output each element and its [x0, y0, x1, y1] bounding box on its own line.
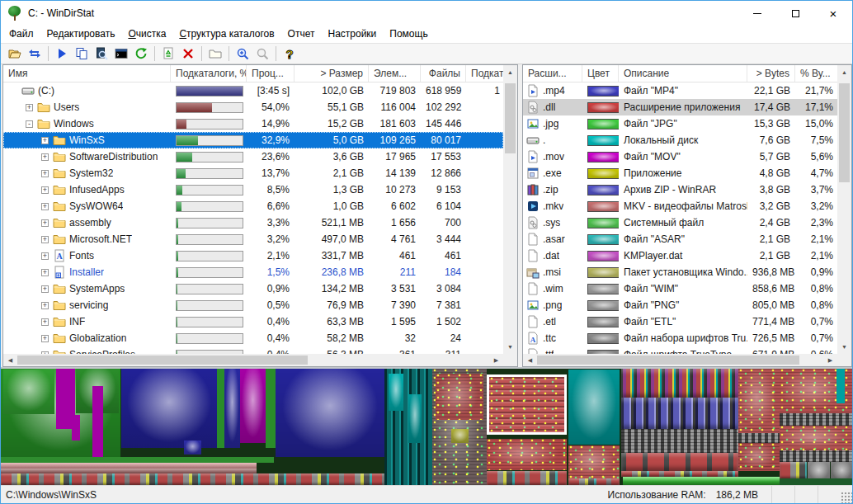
- treemap-block[interactable]: [780, 413, 853, 426]
- extension-row[interactable]: .msiПакет установщика Windo...936,8 MB0,…: [523, 264, 837, 280]
- treemap-block[interactable]: [408, 394, 422, 443]
- treemap-block[interactable]: [621, 453, 739, 472]
- new-folder-button[interactable]: [205, 45, 225, 63]
- expander[interactable]: +: [41, 252, 49, 260]
- close-button[interactable]: ×: [814, 1, 852, 26]
- treemap-block[interactable]: [621, 429, 739, 452]
- menu-item[interactable]: Помощь: [383, 26, 434, 43]
- tree-row[interactable]: +Users54,0%55,1 GB116 004102 292: [3, 99, 503, 115]
- column-header[interactable]: Имя: [3, 65, 171, 82]
- treemap-block[interactable]: [121, 369, 217, 448]
- extension-row[interactable]: .jpgФайл "JPG"15,3 GB15,0%: [523, 115, 837, 132]
- treemap-block[interactable]: [276, 369, 384, 457]
- expander[interactable]: +: [26, 104, 33, 111]
- expander[interactable]: +: [41, 318, 49, 326]
- extension-row[interactable]: .mp4Файл "MP4"22,1 GB21,7%: [523, 82, 837, 99]
- treemap-block[interactable]: [568, 445, 620, 478]
- tree-row[interactable]: +SysWOW646,6%1,0 GB6 6026 104: [3, 198, 503, 214]
- tree-horizontal-scrollbar[interactable]: ◀ ▶: [3, 354, 503, 366]
- treemap-selection[interactable]: [487, 374, 566, 435]
- treemap-block[interactable]: [389, 374, 403, 411]
- menu-item[interactable]: Отчет: [281, 26, 322, 43]
- column-header[interactable]: > Размер: [295, 65, 369, 82]
- tree-row[interactable]: (C:)[3:45 s]102,0 GB719 803618 9591: [3, 82, 503, 99]
- tree-row[interactable]: +servicing0,5%76,9 MB7 3907 381: [3, 297, 503, 313]
- treemap-block[interactable]: [487, 439, 566, 470]
- tree-row[interactable]: +SystemApps0,9%134,2 MB3 5313 084: [3, 280, 503, 297]
- column-header[interactable]: Цвет: [582, 65, 619, 82]
- treemap-block[interactable]: [738, 369, 780, 433]
- treemap-block[interactable]: [92, 386, 103, 458]
- treemap-block[interactable]: [1, 473, 384, 485]
- search-file-button[interactable]: [92, 45, 111, 63]
- column-header[interactable]: Подкат: [466, 65, 505, 82]
- expander[interactable]: +: [41, 302, 49, 309]
- treemap-block[interactable]: [837, 369, 844, 403]
- open-folder-button[interactable]: [5, 45, 25, 63]
- treemap-block[interactable]: [1, 463, 257, 469]
- treemap-block[interactable]: [780, 478, 853, 485]
- tree-row[interactable]: +AFonts2,1%331,7 MB461461: [3, 247, 503, 264]
- column-header[interactable]: % Ву...: [795, 65, 838, 82]
- treemap-block[interactable]: [623, 477, 780, 485]
- treemap-block[interactable]: [780, 450, 853, 462]
- treemap-block[interactable]: [621, 471, 739, 477]
- menu-item[interactable]: Редактировать: [40, 26, 122, 43]
- expander[interactable]: +: [41, 153, 49, 161]
- tree-row[interactable]: +SoftwareDistribution23,6%3,6 GB17 96517…: [3, 148, 503, 165]
- column-header[interactable]: Подкаталоги, %: [171, 65, 247, 82]
- tree-vertical-scrollbar[interactable]: ▲ ▼: [503, 65, 517, 354]
- menu-item[interactable]: Очистка: [121, 26, 172, 43]
- tree-row[interactable]: +System3213,7%2,1 GB14 13912 866: [3, 165, 503, 181]
- extension-row[interactable]: .etlФайл "ETL"771,4 MB0,7%: [523, 313, 837, 330]
- expander[interactable]: +: [41, 170, 49, 177]
- recycle-button[interactable]: [158, 45, 178, 63]
- treemap-block[interactable]: [240, 369, 266, 443]
- tree-row[interactable]: +WinSxS32,9%5,0 GB109 26580 017: [3, 132, 503, 148]
- tree-row[interactable]: +Installer1,5%236,8 MB211184: [3, 264, 503, 280]
- resize-grip[interactable]: [841, 492, 852, 503]
- menu-item[interactable]: Настройки: [321, 26, 383, 43]
- treemap-block[interactable]: [266, 369, 276, 448]
- treemap[interactable]: [1, 367, 853, 485]
- extension-row[interactable]: .exeПриложение4,8 GB4,7%: [523, 165, 837, 181]
- treemap-block[interactable]: [1, 457, 274, 463]
- play-button[interactable]: [52, 45, 72, 63]
- column-header[interactable]: Элем...: [369, 65, 421, 82]
- treemap-block[interactable]: [621, 369, 739, 398]
- treemap-block[interactable]: [72, 415, 80, 440]
- treemap-block[interactable]: [780, 426, 853, 450]
- help-button[interactable]: ?: [280, 45, 299, 63]
- extensions-hscroll-thumb[interactable]: [537, 356, 799, 365]
- expander[interactable]: +: [41, 236, 49, 243]
- expander[interactable]: +: [41, 269, 49, 276]
- tree-row[interactable]: +InfusedApps8,5%1,3 GB10 2739 153: [3, 181, 503, 198]
- extension-row[interactable]: .movФайл "MOV"5,7 GB5,6%: [523, 148, 837, 165]
- treemap-block[interactable]: [568, 370, 620, 444]
- extension-row[interactable]: .dllРасширение приложения17,4 GB17,1%: [523, 99, 837, 115]
- treemap-block[interactable]: [224, 369, 240, 448]
- extension-row[interactable]: .wimФайл "WIM"858,6 MB0,8%: [523, 280, 837, 297]
- treemap-block[interactable]: [621, 398, 739, 429]
- extension-row[interactable]: .Локальный диск7,6 GB7,5%: [523, 132, 837, 148]
- treemap-block[interactable]: [780, 462, 807, 478]
- zoom-in-button[interactable]: [233, 45, 252, 63]
- tree-row[interactable]: -Windows14,9%15,2 GB181 603145 446: [3, 115, 503, 132]
- tree-row[interactable]: +Globalization0,4%58,2 MB3224: [3, 330, 503, 346]
- treemap-block[interactable]: [436, 374, 483, 420]
- tree-vscroll-thumb[interactable]: [505, 83, 516, 153]
- treemap-block[interactable]: [3, 370, 54, 414]
- tree-row[interactable]: +ServiceProfiles0,4%56,3 MB361311: [3, 346, 503, 354]
- expander[interactable]: +: [41, 285, 49, 293]
- reload-button[interactable]: [131, 45, 151, 63]
- treemap-block[interactable]: [217, 369, 224, 448]
- extension-row[interactable]: .zipАрхив ZIP - WinRAR3,8 GB3,7%: [523, 181, 837, 198]
- expander[interactable]: +: [41, 335, 49, 342]
- extension-row[interactable]: .asarФайл "ASAR"2,1 GB2,1%: [523, 231, 837, 247]
- treemap-block[interactable]: [487, 471, 566, 485]
- treemap-block[interactable]: [451, 429, 469, 443]
- menu-item[interactable]: Структура каталогов: [172, 26, 280, 43]
- extension-row[interactable]: .mkvMKV - видеофайлы Matroska3,2 GB3,2%: [523, 198, 837, 214]
- console-button[interactable]: [111, 45, 131, 63]
- maximize-button[interactable]: [776, 1, 814, 26]
